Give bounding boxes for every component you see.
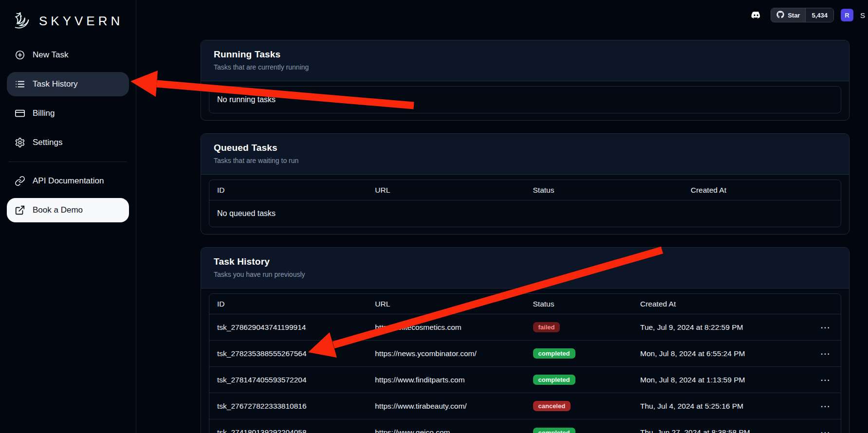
task-created-at: Thu, Jul 4, 2024 at 5:25:16 PM: [632, 402, 813, 411]
table-row[interactable]: tsk_278629043741199914 https://elitecosm…: [209, 314, 841, 341]
table-row[interactable]: tsk_276727822333810816 https://www.tirab…: [209, 393, 841, 419]
table-header-row: ID URL Status Created At: [209, 294, 841, 314]
status-badge: canceled: [533, 401, 571, 411]
card-title: Queued Tasks: [214, 143, 836, 153]
queued-tasks-header: Queued Tasks Tasks that are waiting to r…: [201, 134, 849, 175]
column-header-id: ID: [209, 300, 367, 308]
task-status-cell: completed: [525, 428, 632, 433]
sidebar-item-label: API Documentation: [33, 176, 104, 186]
row-actions-button[interactable]: ⋯: [817, 401, 833, 411]
brand-name: SKYVERN: [39, 14, 123, 29]
sidebar-item-billing[interactable]: Billing: [7, 101, 129, 126]
skyvern-dragon-icon: [11, 10, 33, 32]
task-history-card: Task History Tasks you have run previous…: [201, 247, 850, 433]
card-subtitle: Tasks that are currently running: [214, 63, 836, 71]
table-header-row: ID URL Status Created At: [209, 180, 841, 200]
task-url: https://www.tirabeauty.com/: [367, 402, 525, 411]
status-badge: completed: [533, 348, 575, 359]
table-row[interactable]: tsk_278147405593572204 https://www.findi…: [209, 367, 841, 393]
sidebar-item-label: Task History: [33, 79, 78, 89]
empty-state-text: No queued tasks: [209, 200, 841, 227]
task-status-cell: completed: [525, 375, 632, 385]
link-icon: [15, 176, 25, 186]
status-badge: failed: [533, 322, 560, 332]
task-history-body: ID URL Status Created At tsk_27862904374…: [201, 289, 849, 433]
column-header-status: Status: [525, 300, 632, 308]
app-window: SKYVERN New Task Task History: [0, 0, 868, 433]
row-actions-button[interactable]: ⋯: [817, 428, 833, 433]
github-star-button[interactable]: Star 5,434: [771, 8, 834, 22]
card-title: Running Tasks: [214, 49, 836, 60]
running-tasks-body: No running tasks: [201, 81, 849, 120]
task-url: https://www.geico.com: [367, 428, 525, 433]
task-status-cell: completed: [525, 348, 632, 359]
row-actions-button[interactable]: ⋯: [817, 375, 833, 385]
task-id: tsk_274180139292204058: [209, 428, 367, 433]
task-history-table: ID URL Status Created At tsk_27862904374…: [209, 293, 841, 433]
task-status-cell: canceled: [525, 401, 632, 411]
sidebar-item-new-task[interactable]: New Task: [7, 43, 129, 67]
avatar[interactable]: R: [841, 9, 853, 21]
running-tasks-card: Running Tasks Tasks that are currently r…: [201, 40, 850, 121]
discord-icon[interactable]: [749, 9, 764, 21]
gear-icon: [15, 137, 25, 148]
table-row[interactable]: tsk_274180139292204058 https://www.geico…: [209, 419, 841, 433]
task-url: https://news.ycombinator.com/: [367, 349, 525, 358]
main-area: Star 5,434 R S Running Tasks Tasks that …: [136, 0, 868, 433]
status-badge: completed: [533, 375, 575, 385]
column-header-id: ID: [209, 186, 367, 195]
column-header-created-at: Created At: [683, 186, 841, 195]
task-created-at: Mon, Jul 8, 2024 at 1:13:59 PM: [632, 376, 813, 384]
column-header-url: URL: [367, 186, 525, 195]
table-row[interactable]: tsk_278235388555267564 https://news.ycom…: [209, 341, 841, 367]
column-header-created-at: Created At: [632, 300, 813, 308]
page-content: Running Tasks Tasks that are currently r…: [201, 40, 850, 433]
list-icon: [15, 79, 25, 90]
task-created-at: Tue, Jul 9, 2024 at 8:22:59 PM: [632, 323, 813, 332]
task-id: tsk_278629043741199914: [209, 323, 367, 332]
queued-tasks-table: ID URL Status Created At No queued tasks: [209, 180, 841, 227]
sidebar-item-label: Settings: [33, 138, 62, 147]
plus-circle-icon: [15, 50, 25, 60]
card-title: Task History: [214, 256, 836, 267]
sidebar-nav: New Task Task History Billing: [7, 43, 129, 155]
row-actions-button[interactable]: ⋯: [817, 349, 833, 359]
sidebar-secondary-nav: API Documentation Book a Demo: [7, 169, 129, 222]
sidebar-item-task-history[interactable]: Task History: [7, 72, 129, 96]
github-icon: [776, 11, 784, 20]
book-a-demo-button[interactable]: Book a Demo: [7, 198, 129, 222]
status-badge: completed: [533, 428, 575, 433]
sidebar-item-label: Billing: [33, 108, 55, 118]
github-star-count: 5,434: [806, 8, 833, 22]
credit-card-icon: [15, 108, 25, 119]
queued-tasks-body: ID URL Status Created At No queued tasks: [201, 175, 849, 234]
task-created-at: Thu, Jun 27, 2024 at 8:38:58 PM: [632, 428, 813, 433]
topbar: Star 5,434 R S: [749, 7, 865, 23]
sidebar-item-label: New Task: [33, 50, 68, 60]
task-created-at: Mon, Jul 8, 2024 at 6:55:24 PM: [632, 349, 813, 358]
running-tasks-header: Running Tasks Tasks that are currently r…: [201, 40, 849, 81]
external-link-icon: [15, 205, 25, 216]
sidebar-item-api-documentation[interactable]: API Documentation: [7, 169, 129, 193]
card-subtitle: Tasks you have run previously: [214, 271, 836, 278]
task-id: tsk_278235388555267564: [209, 349, 367, 358]
brand-logo[interactable]: SKYVERN: [7, 7, 129, 35]
queued-tasks-card: Queued Tasks Tasks that are waiting to r…: [201, 133, 850, 235]
sidebar-divider: [9, 162, 127, 162]
task-url: https://elitecosmetics.com: [367, 323, 525, 332]
task-history-header: Task History Tasks you have run previous…: [201, 248, 849, 289]
sidebar: SKYVERN New Task Task History: [0, 0, 136, 433]
sidebar-item-label: Book a Demo: [33, 205, 83, 215]
card-subtitle: Tasks that are waiting to run: [214, 157, 836, 164]
sidebar-item-settings[interactable]: Settings: [7, 130, 129, 155]
row-actions-button[interactable]: ⋯: [817, 323, 833, 332]
user-name-text: S: [860, 11, 865, 19]
empty-state-text: No running tasks: [209, 87, 841, 113]
column-header-status: Status: [525, 186, 683, 195]
task-status-cell: failed: [525, 322, 632, 332]
running-tasks-table: No running tasks: [209, 86, 841, 113]
task-id: tsk_278147405593572204: [209, 376, 367, 384]
column-header-url: URL: [367, 300, 525, 308]
task-id: tsk_276727822333810816: [209, 402, 367, 411]
task-url: https://www.finditparts.com: [367, 376, 525, 384]
